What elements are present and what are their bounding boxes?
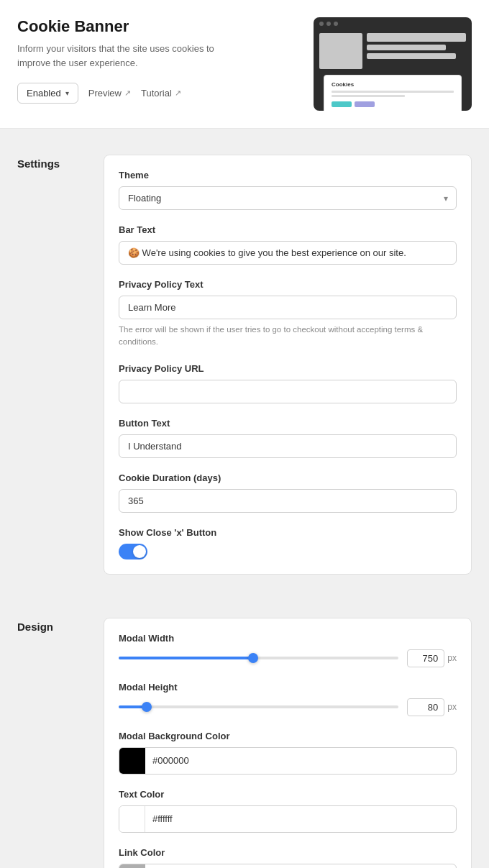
header-left: Cookie Banner Inform your visitors that … <box>17 17 299 104</box>
privacy-policy-text-field-group: Privacy Policy Text The error will be sh… <box>119 279 457 349</box>
thumb-line-1 <box>367 33 466 42</box>
preview-thumbnail: Cookies <box>314 17 472 111</box>
modal-width-input[interactable] <box>407 649 444 667</box>
thumb-cookie-line-1 <box>332 91 454 93</box>
modal-bg-color-input[interactable] <box>145 749 456 772</box>
thumb-cookie-line-2 <box>332 95 405 97</box>
cookie-duration-input[interactable] <box>119 489 457 513</box>
thumb-accept-btn <box>332 101 352 107</box>
thumb-dots <box>314 17 472 30</box>
modal-width-unit: px <box>447 653 457 663</box>
thumb-line-2 <box>367 45 446 50</box>
modal-width-slider-row: px <box>119 649 457 667</box>
modal-height-field-group: Modal Height px <box>119 682 457 716</box>
status-label: Enabled <box>27 88 61 99</box>
theme-field-group: Theme Floating Bar Modal ▾ <box>119 170 457 210</box>
privacy-policy-text-label: Privacy Policy Text <box>119 279 457 290</box>
theme-dropdown-wrapper: Floating Bar Modal ▾ <box>119 186 457 210</box>
text-color-label: Text Color <box>119 789 457 800</box>
modal-width-field-group: Modal Width px <box>119 633 457 667</box>
thumb-dot-1 <box>319 22 324 26</box>
thumb-cookie-buttons <box>332 101 454 107</box>
thumb-line-3 <box>367 53 456 59</box>
modal-height-slider-row: px <box>119 698 457 716</box>
privacy-policy-text-hint: The error will be shown if the user trie… <box>119 324 457 349</box>
page-title: Cookie Banner <box>17 17 299 36</box>
privacy-policy-url-input[interactable] <box>119 380 457 403</box>
modal-width-thumb[interactable] <box>248 653 258 663</box>
header-actions: Enabled ▾ Preview ↗ Tutorial ↗ <box>17 83 299 104</box>
text-color-input[interactable] <box>145 808 456 830</box>
thumb-dot-3 <box>334 22 338 26</box>
modal-height-unit: px <box>447 702 457 712</box>
cookie-duration-label: Cookie Duration (days) <box>119 472 457 483</box>
modal-bg-color-swatch[interactable] <box>119 748 145 774</box>
thumb-block-left <box>319 33 362 69</box>
button-text-field-group: Button Text <box>119 418 457 458</box>
modal-height-label: Modal Height <box>119 682 457 693</box>
text-color-wrapper <box>119 805 457 833</box>
button-text-label: Button Text <box>119 418 457 429</box>
chevron-down-icon: ▾ <box>65 89 69 97</box>
privacy-policy-url-label: Privacy Policy URL <box>119 363 457 374</box>
settings-panel: Theme Floating Bar Modal ▾ Bar Text Priv… <box>104 155 472 575</box>
external-link-icon-2: ↗ <box>175 88 181 98</box>
link-color-swatch[interactable] <box>119 864 145 869</box>
modal-bg-color-wrapper <box>119 747 457 775</box>
design-panel: Modal Width px Modal Height <box>104 618 472 869</box>
show-close-field-group: Show Close 'x' Button <box>119 527 457 559</box>
thumb-row1 <box>314 30 472 72</box>
modal-width-input-group: px <box>407 649 457 667</box>
thumb-content-right <box>367 33 466 69</box>
preview-label: Preview <box>88 88 122 99</box>
tutorial-link[interactable]: Tutorial ↗ <box>141 88 181 99</box>
theme-select[interactable]: Floating Bar Modal <box>119 186 457 210</box>
modal-width-fill <box>119 657 253 659</box>
privacy-policy-text-input[interactable] <box>119 296 457 319</box>
modal-height-track <box>119 705 398 708</box>
external-link-icon: ↗ <box>124 88 131 98</box>
modal-bg-color-label: Modal Background Color <box>119 731 457 741</box>
status-button[interactable]: Enabled ▾ <box>17 83 78 104</box>
bar-text-input[interactable] <box>119 241 457 265</box>
bar-text-field-group: Bar Text <box>119 224 457 265</box>
cookie-duration-field-group: Cookie Duration (days) <box>119 472 457 513</box>
show-close-toggle[interactable] <box>119 544 147 559</box>
preview-link[interactable]: Preview ↗ <box>88 88 131 99</box>
theme-label: Theme <box>119 170 457 181</box>
link-color-wrapper <box>119 864 457 869</box>
tutorial-label: Tutorial <box>141 88 172 99</box>
modal-height-thumb[interactable] <box>142 702 152 712</box>
settings-section: Settings Theme Floating Bar Modal ▾ Bar … <box>0 137 489 592</box>
text-color-swatch[interactable] <box>119 806 145 832</box>
modal-width-track <box>119 657 398 659</box>
divider-2 <box>0 592 489 600</box>
modal-bg-color-field-group: Modal Background Color <box>119 731 457 775</box>
toggle-knob <box>133 545 146 558</box>
bar-text-label: Bar Text <box>119 224 457 235</box>
thumb-cookie-modal: Cookies <box>324 75 462 111</box>
link-color-field-group: Link Color <box>119 847 457 869</box>
settings-label: Settings <box>17 155 89 575</box>
text-color-field-group: Text Color <box>119 789 457 833</box>
design-label: Design <box>17 618 89 869</box>
thumb-decline-btn <box>355 101 375 107</box>
divider-1 <box>0 129 489 137</box>
button-text-input[interactable] <box>119 434 457 458</box>
header-section: Cookie Banner Inform your visitors that … <box>0 0 489 129</box>
modal-height-input-group: px <box>407 698 457 716</box>
modal-height-input[interactable] <box>407 698 444 716</box>
show-close-label: Show Close 'x' Button <box>119 527 457 538</box>
show-close-toggle-wrapper <box>119 544 457 559</box>
thumb-cookie-title: Cookies <box>332 81 454 88</box>
thumb-dot-2 <box>326 22 331 26</box>
design-section: Design Modal Width px Modal Height <box>0 600 489 869</box>
page-description: Inform your visitors that the site uses … <box>17 42 219 70</box>
privacy-policy-url-field-group: Privacy Policy URL <box>119 363 457 403</box>
modal-width-label: Modal Width <box>119 633 457 644</box>
link-color-label: Link Color <box>119 847 457 858</box>
